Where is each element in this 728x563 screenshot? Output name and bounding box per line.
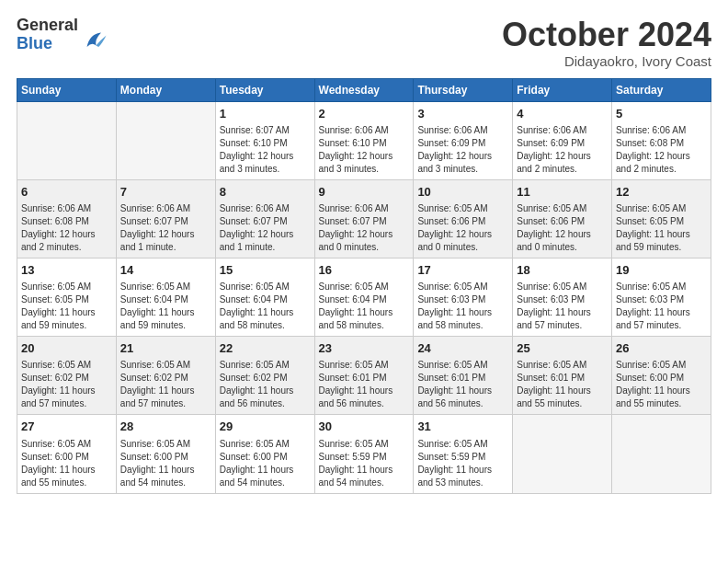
page: General Blue October 2024 Didayaokro, Iv…: [0, 0, 728, 563]
day-number: 1: [220, 106, 311, 122]
day-number: 16: [319, 262, 410, 279]
table-row: [116, 101, 215, 179]
day-number: 21: [120, 340, 211, 357]
title-block: October 2024 Didayaokro, Ivory Coast: [502, 17, 711, 69]
day-number: 18: [517, 262, 608, 279]
calendar-week-row: 13Sunrise: 6:05 AM Sunset: 6:05 PM Dayli…: [17, 258, 711, 336]
day-info: Sunrise: 6:05 AM Sunset: 6:05 PM Dayligh…: [21, 281, 112, 332]
table-row: [513, 415, 612, 493]
day-info: Sunrise: 6:05 AM Sunset: 6:00 PM Dayligh…: [616, 359, 707, 410]
day-info: Sunrise: 6:06 AM Sunset: 6:07 PM Dayligh…: [120, 202, 211, 254]
table-row: 29Sunrise: 6:05 AM Sunset: 6:00 PM Dayli…: [215, 415, 314, 493]
day-number: 17: [417, 262, 508, 279]
day-info: Sunrise: 6:05 AM Sunset: 6:04 PM Dayligh…: [319, 281, 410, 332]
table-row: 24Sunrise: 6:05 AM Sunset: 6:01 PM Dayli…: [414, 337, 513, 415]
day-number: 31: [417, 419, 508, 435]
table-row: 30Sunrise: 6:05 AM Sunset: 5:59 PM Dayli…: [314, 415, 414, 493]
calendar-table: Sunday Monday Tuesday Wednesday Thursday…: [17, 78, 711, 494]
day-number: 30: [319, 419, 410, 435]
table-row: 28Sunrise: 6:05 AM Sunset: 6:00 PM Dayli…: [116, 415, 215, 493]
table-row: 11Sunrise: 6:05 AM Sunset: 6:06 PM Dayli…: [513, 179, 612, 258]
logo-bird-icon: [82, 28, 108, 53]
table-row: 18Sunrise: 6:05 AM Sunset: 6:03 PM Dayli…: [513, 258, 612, 336]
day-number: 24: [417, 340, 508, 357]
day-info: Sunrise: 6:05 AM Sunset: 6:00 PM Dayligh…: [220, 438, 311, 489]
day-info: Sunrise: 6:05 AM Sunset: 6:04 PM Dayligh…: [220, 281, 311, 332]
day-info: Sunrise: 6:05 AM Sunset: 6:03 PM Dayligh…: [616, 281, 707, 332]
day-number: 2: [319, 106, 410, 122]
table-row: 2Sunrise: 6:06 AM Sunset: 6:10 PM Daylig…: [314, 101, 414, 179]
location: Didayaokro, Ivory Coast: [502, 53, 711, 69]
day-number: 4: [517, 106, 608, 122]
header-tuesday: Tuesday: [215, 78, 314, 101]
table-row: 19Sunrise: 6:05 AM Sunset: 6:03 PM Dayli…: [612, 258, 711, 336]
day-number: 8: [220, 184, 311, 201]
day-info: Sunrise: 6:06 AM Sunset: 6:08 PM Dayligh…: [21, 202, 112, 254]
table-row: 17Sunrise: 6:05 AM Sunset: 6:03 PM Dayli…: [414, 258, 513, 336]
header-monday: Monday: [116, 78, 215, 101]
logo-general: General: [17, 17, 78, 35]
day-number: 11: [517, 184, 608, 201]
calendar-week-row: 6Sunrise: 6:06 AM Sunset: 6:08 PM Daylig…: [17, 179, 711, 258]
day-info: Sunrise: 6:05 AM Sunset: 5:59 PM Dayligh…: [319, 438, 410, 489]
day-info: Sunrise: 6:05 AM Sunset: 6:00 PM Dayligh…: [21, 438, 112, 489]
day-info: Sunrise: 6:05 AM Sunset: 6:01 PM Dayligh…: [319, 359, 410, 410]
day-number: 27: [21, 419, 112, 435]
table-row: 7Sunrise: 6:06 AM Sunset: 6:07 PM Daylig…: [116, 179, 215, 258]
table-row: 22Sunrise: 6:05 AM Sunset: 6:02 PM Dayli…: [215, 337, 314, 415]
table-row: 16Sunrise: 6:05 AM Sunset: 6:04 PM Dayli…: [314, 258, 414, 336]
day-number: 5: [616, 106, 707, 122]
header-sunday: Sunday: [17, 78, 117, 101]
day-info: Sunrise: 6:06 AM Sunset: 6:09 PM Dayligh…: [417, 124, 508, 176]
logo: General Blue: [17, 17, 108, 53]
day-number: 29: [220, 419, 311, 435]
header-friday: Friday: [513, 78, 612, 101]
table-row: 5Sunrise: 6:06 AM Sunset: 6:08 PM Daylig…: [612, 101, 711, 179]
calendar-week-row: 1Sunrise: 6:07 AM Sunset: 6:10 PM Daylig…: [17, 101, 711, 179]
day-number: 23: [319, 340, 410, 357]
table-row: 25Sunrise: 6:05 AM Sunset: 6:01 PM Dayli…: [513, 337, 612, 415]
day-number: 7: [120, 184, 211, 201]
table-row: 10Sunrise: 6:05 AM Sunset: 6:06 PM Dayli…: [414, 179, 513, 258]
header-saturday: Saturday: [612, 78, 711, 101]
day-number: 10: [417, 184, 508, 201]
table-row: 4Sunrise: 6:06 AM Sunset: 6:09 PM Daylig…: [513, 101, 612, 179]
day-info: Sunrise: 6:06 AM Sunset: 6:07 PM Dayligh…: [319, 202, 410, 254]
day-info: Sunrise: 6:06 AM Sunset: 6:08 PM Dayligh…: [616, 124, 707, 176]
table-row: 8Sunrise: 6:06 AM Sunset: 6:07 PM Daylig…: [215, 179, 314, 258]
table-row: [17, 101, 117, 179]
day-number: 19: [616, 262, 707, 279]
table-row: 3Sunrise: 6:06 AM Sunset: 6:09 PM Daylig…: [414, 101, 513, 179]
day-number: 26: [616, 340, 707, 357]
day-info: Sunrise: 6:05 AM Sunset: 6:01 PM Dayligh…: [517, 359, 608, 410]
day-number: 14: [120, 262, 211, 279]
table-row: 26Sunrise: 6:05 AM Sunset: 6:00 PM Dayli…: [612, 337, 711, 415]
day-number: 12: [616, 184, 707, 201]
calendar-week-row: 27Sunrise: 6:05 AM Sunset: 6:00 PM Dayli…: [17, 415, 711, 493]
table-row: 15Sunrise: 6:05 AM Sunset: 6:04 PM Dayli…: [215, 258, 314, 336]
table-row: 6Sunrise: 6:06 AM Sunset: 6:08 PM Daylig…: [17, 179, 117, 258]
day-info: Sunrise: 6:05 AM Sunset: 6:01 PM Dayligh…: [417, 359, 508, 410]
day-info: Sunrise: 6:05 AM Sunset: 6:06 PM Dayligh…: [417, 202, 508, 254]
day-info: Sunrise: 6:05 AM Sunset: 6:03 PM Dayligh…: [517, 281, 608, 332]
month-title: October 2024: [502, 17, 711, 53]
day-number: 9: [319, 184, 410, 201]
header-wednesday: Wednesday: [314, 78, 414, 101]
day-number: 6: [21, 184, 112, 201]
logo-text: General Blue: [17, 17, 78, 53]
day-number: 28: [120, 419, 211, 435]
table-row: 23Sunrise: 6:05 AM Sunset: 6:01 PM Dayli…: [314, 337, 414, 415]
table-row: 13Sunrise: 6:05 AM Sunset: 6:05 PM Dayli…: [17, 258, 117, 336]
day-info: Sunrise: 6:05 AM Sunset: 6:02 PM Dayligh…: [21, 359, 112, 410]
day-info: Sunrise: 6:05 AM Sunset: 6:02 PM Dayligh…: [220, 359, 311, 410]
day-info: Sunrise: 6:05 AM Sunset: 6:05 PM Dayligh…: [616, 202, 707, 254]
table-row: 27Sunrise: 6:05 AM Sunset: 6:00 PM Dayli…: [17, 415, 117, 493]
day-info: Sunrise: 6:05 AM Sunset: 6:03 PM Dayligh…: [417, 281, 508, 332]
day-info: Sunrise: 6:07 AM Sunset: 6:10 PM Dayligh…: [220, 124, 311, 176]
header: General Blue October 2024 Didayaokro, Iv…: [17, 17, 711, 69]
day-info: Sunrise: 6:06 AM Sunset: 6:09 PM Dayligh…: [517, 124, 608, 176]
table-row: 21Sunrise: 6:05 AM Sunset: 6:02 PM Dayli…: [116, 337, 215, 415]
day-number: 13: [21, 262, 112, 279]
table-row: 1Sunrise: 6:07 AM Sunset: 6:10 PM Daylig…: [215, 101, 314, 179]
table-row: 14Sunrise: 6:05 AM Sunset: 6:04 PM Dayli…: [116, 258, 215, 336]
